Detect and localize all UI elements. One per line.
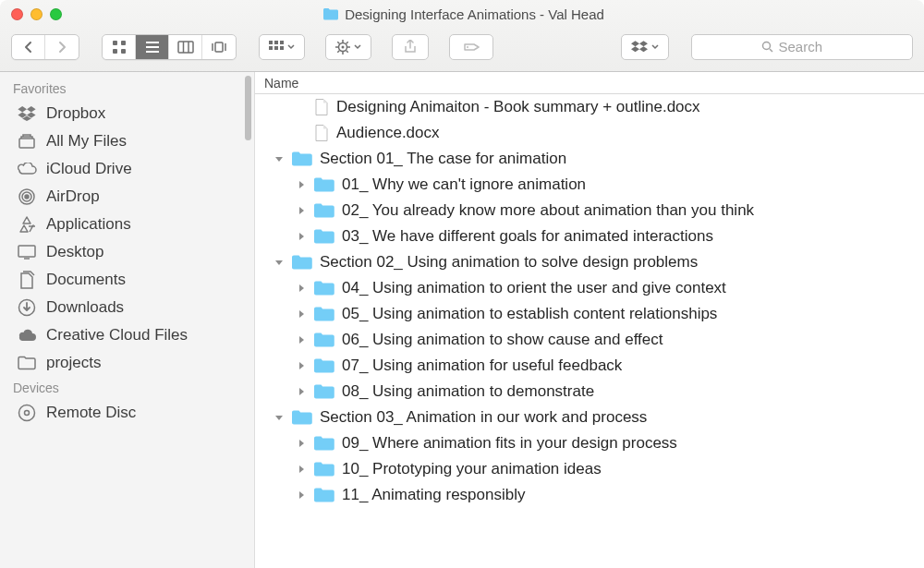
sidebar-item-applications[interactable]: Applications [0, 211, 254, 238]
sidebar-item-label: Desktop [46, 243, 103, 261]
folder-row[interactable]: 02_ You already know more about animatio… [255, 198, 924, 224]
folder-icon [292, 255, 312, 270]
gear-icon [335, 40, 350, 54]
sidebar-item-label: Dropbox [46, 104, 105, 123]
view-icons-button[interactable] [103, 35, 136, 59]
folder-icon [314, 384, 334, 399]
svg-point-50 [25, 411, 30, 416]
file-list: Name Designing Animaiton - Book summary … [255, 72, 924, 568]
disclosure-down-icon[interactable] [274, 154, 285, 163]
window-zoom-button[interactable] [50, 8, 62, 20]
disclosure-down-icon[interactable] [274, 413, 285, 422]
sidebar-item-airdrop[interactable]: AirDrop [0, 183, 254, 211]
sidebar-item-label: AirDrop [46, 187, 100, 206]
disclosure-down-icon[interactable] [274, 258, 285, 267]
folder-row[interactable]: Section 01_ The case for animation [255, 146, 924, 172]
folder-icon [314, 177, 334, 192]
svg-rect-15 [280, 41, 284, 44]
sidebar-item-all-my-files[interactable]: All My Files [0, 127, 254, 155]
chevron-down-icon [651, 44, 659, 50]
svg-marker-30 [631, 41, 639, 46]
sidebar-item-label: Downloads [46, 298, 124, 317]
sidebar-item-projects[interactable]: projects [0, 349, 254, 377]
folder-row[interactable]: 09_ Where animation fits in your design … [255, 430, 924, 456]
sidebar-item-documents[interactable]: Documents [0, 266, 254, 294]
row-label: 06_ Using animation to show cause and ef… [342, 331, 663, 349]
folder-row[interactable]: 07_ Using animation for useful feedback [255, 353, 924, 379]
view-coverflow-button[interactable] [202, 35, 236, 59]
svg-rect-4 [146, 42, 159, 43]
file-row[interactable]: Designing Animaiton - Book summary + out… [255, 94, 924, 120]
folder-row[interactable]: 05_ Using animation to establish content… [255, 301, 924, 327]
disclosure-right-icon[interactable] [296, 180, 307, 189]
row-label: Section 01_ The case for animation [320, 150, 566, 168]
sidebar-item-icloud-drive[interactable]: iCloud Drive [0, 155, 254, 183]
folder-row[interactable]: 06_ Using animation to show cause and ef… [255, 327, 924, 353]
svg-line-26 [346, 50, 348, 52]
dropbox-button[interactable] [621, 34, 669, 60]
sidebar-group-label: Favorites [0, 78, 254, 100]
disclosure-right-icon[interactable] [296, 206, 307, 215]
disclosure-right-icon[interactable] [296, 232, 307, 241]
folder-icon [314, 281, 334, 296]
folder-row[interactable]: 11_ Animating responsibly [255, 482, 924, 508]
svg-rect-1 [121, 41, 126, 45]
disclosure-right-icon[interactable] [296, 490, 307, 500]
sidebar-item-creative-cloud-files[interactable]: Creative Cloud Files [0, 321, 254, 349]
search-icon [761, 41, 773, 53]
svg-rect-14 [274, 41, 278, 44]
sidebar-item-label: projects [46, 354, 102, 372]
row-label: 02_ You already know more about animatio… [342, 201, 754, 220]
svg-rect-46 [18, 246, 35, 257]
sidebar-item-remote-disc[interactable]: Remote Disc [0, 399, 254, 427]
disclosure-right-icon[interactable] [296, 309, 307, 319]
nav-forward-button[interactable] [45, 35, 79, 59]
action-button[interactable] [325, 34, 371, 60]
window-close-button[interactable] [11, 8, 23, 20]
nav-back-button[interactable] [12, 35, 45, 59]
disclosure-right-icon[interactable] [296, 465, 307, 474]
window-minimize-button[interactable] [30, 8, 43, 20]
search-input[interactable] [779, 39, 844, 54]
view-columns-button[interactable] [169, 35, 202, 59]
sidebar-item-desktop[interactable]: Desktop [0, 238, 254, 266]
search-field[interactable] [691, 34, 913, 60]
svg-point-29 [467, 46, 468, 48]
sidebar-item-dropbox[interactable]: Dropbox [0, 100, 254, 127]
svg-marker-37 [27, 106, 36, 112]
disclosure-right-icon[interactable] [296, 439, 307, 448]
svg-rect-2 [113, 49, 117, 54]
arrange-button[interactable] [259, 34, 305, 60]
disclosure-right-icon[interactable] [296, 387, 307, 396]
column-header-name[interactable]: Name [255, 72, 924, 94]
folder-row[interactable]: 04_ Using animation to orient the user a… [255, 275, 924, 301]
svg-line-25 [337, 42, 339, 43]
sidebar-scrollbar[interactable] [245, 76, 251, 140]
allfiles-icon [17, 134, 37, 149]
folder-row[interactable]: 03_ We have different goals for animated… [255, 224, 924, 249]
folder-row[interactable]: Section 02_ Using animation to solve des… [255, 249, 924, 275]
disclosure-right-icon[interactable] [296, 361, 307, 370]
row-label: 07_ Using animation for useful feedback [342, 357, 622, 375]
svg-rect-6 [146, 51, 159, 53]
nav-buttons [11, 34, 79, 60]
share-button[interactable] [392, 34, 429, 60]
document-icon [314, 98, 329, 116]
folder-row[interactable]: 08_ Using animation to demonstrate [255, 379, 924, 405]
svg-point-20 [342, 45, 345, 48]
folder-icon [314, 358, 334, 373]
sidebar-group-label: Devices [0, 377, 254, 399]
disclosure-right-icon[interactable] [296, 335, 307, 344]
window-title: Designing Interface Animations - Val Hea… [345, 6, 604, 22]
view-list-button[interactable] [136, 35, 169, 59]
file-row[interactable]: Audience.docx [255, 120, 924, 146]
folder-icon [314, 203, 334, 218]
disclosure-right-icon[interactable] [296, 284, 307, 293]
view-mode-buttons [102, 34, 237, 60]
folder-row[interactable]: Section 03_ Animation in our work and pr… [255, 405, 924, 430]
sidebar-item-downloads[interactable]: Downloads [0, 294, 254, 321]
folder-row[interactable]: 10_ Prototyping your animation ideas [255, 456, 924, 482]
folder-row[interactable]: 01_ Why we can't ignore animation [255, 172, 924, 198]
tags-button[interactable] [449, 34, 493, 60]
row-label: 01_ Why we can't ignore animation [342, 175, 586, 194]
